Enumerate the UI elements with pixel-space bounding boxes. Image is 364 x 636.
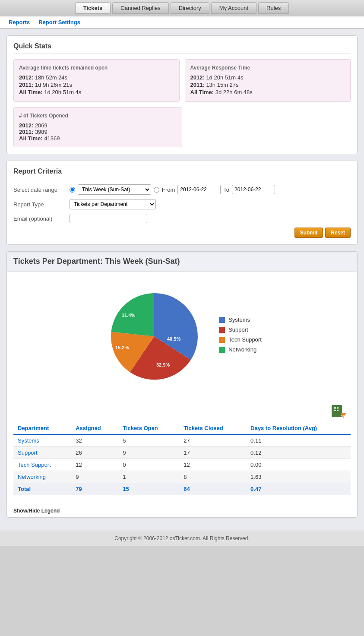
main-content: Quick Stats Average time tickets remaine… <box>0 29 364 531</box>
legend-color-tech-support <box>219 337 225 343</box>
pie-chart: 40.5% 32.9% 15.2% 11.4% <box>102 285 206 388</box>
nav-tab-rules[interactable]: Rules <box>258 2 289 14</box>
legend-color-systems <box>219 317 225 323</box>
cell-total-open: 15 <box>118 483 179 495</box>
legend-systems: Systems <box>219 316 262 323</box>
top-nav: Tickets Canned Replies Directory My Acco… <box>0 0 364 16</box>
report-type-label: Report Type <box>13 201 70 208</box>
avg-open-2011: 2011: 1d 9h 26m 21s <box>19 82 174 88</box>
email-row: Email (optional) <box>13 214 351 223</box>
quick-stats-title: Quick Stats <box>13 42 351 54</box>
cell-days: 0.11 <box>246 434 351 447</box>
col-assigned: Assigned <box>71 422 118 434</box>
submit-button[interactable]: Submit <box>294 228 323 238</box>
csv-icon: CSV <box>331 403 346 419</box>
svg-rect-3 <box>334 408 336 409</box>
svg-rect-6 <box>337 410 339 411</box>
radio-preset[interactable] <box>70 187 75 193</box>
date-range-row: Select date range This Week (Sun-Sat) Fr… <box>13 184 351 195</box>
cell-open: 5 <box>118 434 179 447</box>
avg-open-title: Average time tickets remained open <box>19 65 174 71</box>
date-range-select[interactable]: This Week (Sun-Sat) <box>78 184 151 195</box>
cell-open: 1 <box>118 471 179 483</box>
sub-tab-report-settings[interactable]: Report Settings <box>38 19 80 25</box>
date-range-controls: This Week (Sun-Sat) From To <box>70 184 275 195</box>
table-row: Networking 9 1 8 1.63 <box>13 471 351 483</box>
nav-tab-canned-replies[interactable]: Canned Replies <box>112 2 169 14</box>
tickets-opened-alltime: All Time: 41369 <box>19 135 177 142</box>
footer: Copyright © 2006-2012 osTicket.com. All … <box>0 531 364 546</box>
tickets-opened-title: # of Tickets Opened <box>19 113 177 119</box>
cell-days: 0.12 <box>246 447 351 459</box>
legend-networking: Networking <box>219 346 262 353</box>
col-days-resolution: Days to Resolution (Avg) <box>246 422 351 434</box>
cell-days: 0.00 <box>246 459 351 471</box>
pie-label-support: 32.9% <box>156 362 170 367</box>
cell-dept: Systems <box>13 434 71 447</box>
pie-label-tech-support: 15.2% <box>115 345 129 350</box>
table-wrapper: Department Assigned Tickets Open Tickets… <box>7 401 357 504</box>
department-table: Department Assigned Tickets Open Tickets… <box>13 422 351 495</box>
from-date-input[interactable] <box>177 185 221 194</box>
svg-text:CSV: CSV <box>341 415 346 418</box>
table-row: Systems 32 5 27 0.11 <box>13 434 351 447</box>
avg-response-2012: 2012: 1d 20h 51m 4s <box>190 74 345 81</box>
btn-row: Submit Reset <box>13 228 351 238</box>
report-type-controls: Tickets per Department <box>70 199 156 209</box>
show-hide-legend[interactable]: Show/Hide Legend <box>7 504 357 517</box>
reset-button[interactable]: Reset <box>325 228 351 238</box>
cell-closed: 8 <box>179 471 246 483</box>
pie-label-networking: 11.4% <box>122 313 135 318</box>
avg-open-2012: 2012: 18h 52m 24s <box>19 74 174 81</box>
pie-legend: Systems Support Tech Support Networking <box>219 316 262 356</box>
radio-custom[interactable] <box>154 187 159 193</box>
legend-color-support <box>219 327 225 333</box>
table-row: Support 26 9 17 0.12 <box>13 447 351 459</box>
sub-nav: Reports Report Settings <box>0 16 364 29</box>
nav-tab-directory[interactable]: Directory <box>171 2 209 14</box>
cell-closed: 17 <box>179 447 246 459</box>
stats-grid-top: Average time tickets remained open 2012:… <box>13 59 351 102</box>
cell-assigned: 26 <box>71 447 118 459</box>
cell-closed: 27 <box>179 434 246 447</box>
date-range-label: Select date range <box>13 187 70 193</box>
report-criteria-title: Report Criteria <box>13 168 351 179</box>
csv-export-button[interactable]: CSV <box>331 403 346 420</box>
cell-open: 0 <box>118 459 179 471</box>
avg-response-box: Average Response Time 2012: 1d 20h 51m 4… <box>185 59 351 102</box>
cell-assigned: 32 <box>71 434 118 447</box>
col-department: Department <box>13 422 71 434</box>
to-label: To <box>223 187 229 193</box>
cell-days: 1.63 <box>246 471 351 483</box>
nav-tab-tickets[interactable]: Tickets <box>75 2 111 14</box>
to-date-input[interactable] <box>232 185 275 194</box>
table-header-row: Department Assigned Tickets Open Tickets… <box>13 422 351 434</box>
cell-total-closed: 64 <box>179 483 246 495</box>
footer-text: Copyright © 2006-2012 osTicket.com. All … <box>114 535 250 541</box>
avg-response-2011: 2011: 13h 15m 27s <box>190 82 345 88</box>
cell-assigned: 12 <box>71 459 118 471</box>
report-criteria-section: Report Criteria Select date range This W… <box>6 161 358 245</box>
chart-title: Tickets Per Department: This Week (Sun-S… <box>7 252 357 272</box>
legend-support: Support <box>219 326 262 333</box>
legend-color-networking <box>219 347 225 353</box>
email-controls <box>70 214 147 223</box>
tickets-opened-2012: 2012: 2069 <box>19 122 177 129</box>
cell-assigned: 9 <box>71 471 118 483</box>
nav-tab-my-account[interactable]: My Account <box>211 2 256 14</box>
report-type-row: Report Type Tickets per Department <box>13 199 351 209</box>
email-label: Email (optional) <box>13 215 70 222</box>
avg-response-alltime: All Time: 3d 22h 6m 48s <box>190 89 345 95</box>
legend-label-support: Support <box>228 326 248 333</box>
report-type-select[interactable]: Tickets per Department <box>70 199 156 209</box>
col-tickets-open: Tickets Open <box>118 422 179 434</box>
email-input[interactable] <box>70 214 147 223</box>
sub-tab-reports[interactable]: Reports <box>9 19 30 25</box>
svg-rect-5 <box>334 410 336 411</box>
cell-closed: 12 <box>179 459 246 471</box>
svg-rect-4 <box>337 408 339 409</box>
quick-stats-section: Quick Stats Average time tickets remaine… <box>6 35 358 154</box>
legend-tech-support: Tech Support <box>219 336 262 343</box>
table-row: Tech Support 12 0 12 0.00 <box>13 459 351 471</box>
cell-dept: Tech Support <box>13 459 71 471</box>
